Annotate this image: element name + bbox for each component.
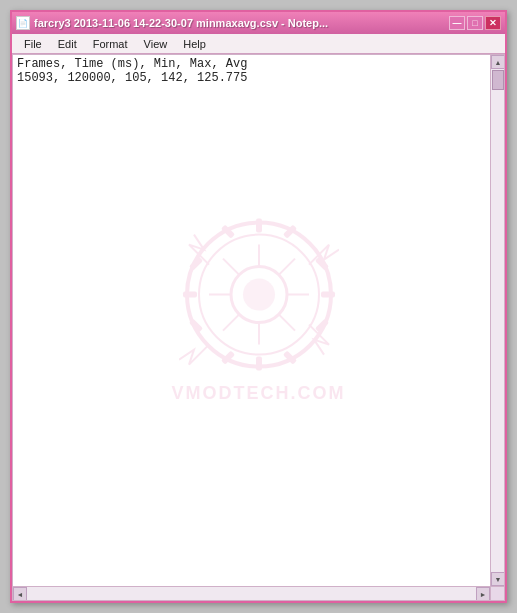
- app-icon: 📄: [16, 16, 30, 30]
- notepad-window: 📄 farcry3 2013-11-06 14-22-30-07 minmaxa…: [10, 10, 507, 603]
- window-controls: — □ ✕: [449, 16, 501, 30]
- content-line-2: 15093, 120000, 105, 142, 125.775: [17, 71, 500, 85]
- menu-edit[interactable]: Edit: [50, 36, 85, 52]
- window-title: farcry3 2013-11-06 14-22-30-07 minmaxavg…: [34, 17, 328, 29]
- text-content[interactable]: Frames, Time (ms), Min, Max, Avg 15093, …: [13, 55, 504, 600]
- maximize-button[interactable]: □: [467, 16, 483, 30]
- menu-bar: File Edit Format View Help: [12, 34, 505, 54]
- title-bar-left: 📄 farcry3 2013-11-06 14-22-30-07 minmaxa…: [16, 16, 328, 30]
- menu-view[interactable]: View: [136, 36, 176, 52]
- close-button[interactable]: ✕: [485, 16, 501, 30]
- title-bar: 📄 farcry3 2013-11-06 14-22-30-07 minmaxa…: [12, 12, 505, 34]
- menu-file[interactable]: File: [16, 36, 50, 52]
- menu-format[interactable]: Format: [85, 36, 136, 52]
- content-line-1: Frames, Time (ms), Min, Max, Avg: [17, 57, 500, 71]
- text-editor-area[interactable]: Frames, Time (ms), Min, Max, Avg 15093, …: [12, 54, 505, 601]
- minimize-button[interactable]: —: [449, 16, 465, 30]
- menu-help[interactable]: Help: [175, 36, 214, 52]
